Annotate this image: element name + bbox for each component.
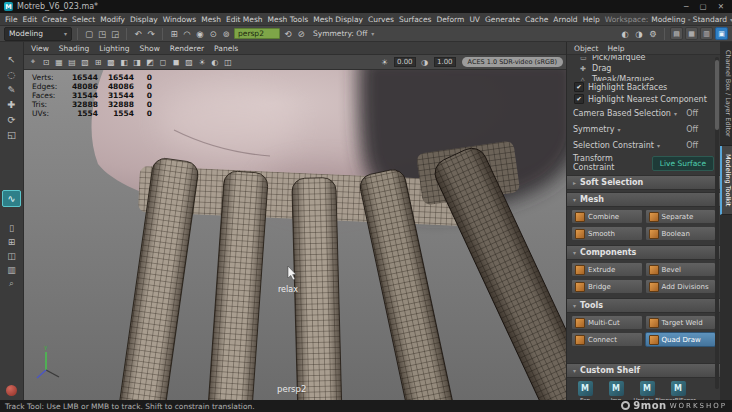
menu-mesh-tools[interactable]: Mesh Tools	[268, 15, 309, 24]
mode-tweak-marquee[interactable]: △ Tweak/Marquee	[567, 74, 720, 81]
menu-deform[interactable]: Deform	[436, 15, 464, 24]
make-live-icon[interactable]: ⊚	[220, 27, 232, 40]
separate-button[interactable]: Separate	[645, 209, 717, 224]
connect-button[interactable]: Connect	[571, 332, 643, 347]
film-gate-icon[interactable]: ◧	[118, 56, 130, 68]
menu-cache[interactable]: Cache	[525, 15, 548, 24]
selection-constraint-row[interactable]: Selection Constraint ▾ Off	[567, 137, 720, 153]
camera-based-selection-value[interactable]: Off	[686, 109, 698, 118]
panel-menu-show[interactable]: Show	[140, 44, 160, 53]
camera-based-selection-row[interactable]: Camera Based Selection ▾ Off	[567, 105, 720, 121]
construction-history-icon[interactable]: ⟲	[282, 27, 294, 40]
select-tool-icon[interactable]: ↖	[3, 52, 20, 67]
scrollbar-thumb[interactable]	[715, 60, 719, 130]
menu-generate[interactable]: Generate	[485, 15, 520, 24]
panel-menu-panels[interactable]: Panels	[214, 44, 238, 53]
bridge-button[interactable]: Bridge	[571, 279, 643, 294]
snap-to-points-icon[interactable]: ◉	[194, 27, 206, 40]
menu-file[interactable]: File	[5, 15, 18, 24]
tools-section-header[interactable]: ▾ Tools	[567, 298, 720, 313]
exposure-icon[interactable]: ☀	[379, 56, 391, 68]
color-space-selector[interactable]: ACES 1.0 SDR-video (sRGB)	[462, 57, 563, 67]
menu-select[interactable]: Select	[72, 15, 95, 24]
boolean-button[interactable]: Boolean	[645, 226, 717, 241]
shaded-mode-icon[interactable]: ◼	[170, 56, 182, 68]
rename-input[interactable]: persp2	[234, 28, 280, 39]
menu-uv[interactable]: UV	[469, 15, 480, 24]
finger-middle[interactable]	[292, 177, 343, 400]
open-scene-icon[interactable]: ◳	[96, 27, 108, 40]
save-scene-icon[interactable]: ◲	[109, 27, 121, 40]
menu-display[interactable]: Display	[130, 15, 158, 24]
shadows-icon[interactable]: ◐	[209, 56, 221, 68]
components-section-header[interactable]: ▾ Components	[567, 245, 720, 260]
target-weld-button[interactable]: Target Weld	[645, 315, 717, 330]
magnifier-icon[interactable]: ⌕	[3, 277, 20, 290]
highlight-backfaces-checkbox[interactable]: ✔ Highlight Backfaces	[567, 81, 720, 93]
gamma-field[interactable]: 1.00	[434, 57, 456, 67]
menu-edit[interactable]: Edit	[23, 15, 38, 24]
shelf-export2-button[interactable]: M mporBlExpor	[666, 381, 690, 401]
textured-mode-icon[interactable]: ▨	[183, 56, 195, 68]
mode-pick-marquee[interactable]: ▭ Pick/Marquee	[567, 55, 720, 63]
menu-modify[interactable]: Modify	[100, 15, 125, 24]
bookmark-icon[interactable]: ▤	[66, 56, 78, 68]
sculpt-relax-tool-icon[interactable]: ∿	[2, 190, 21, 207]
panel-menu-view[interactable]: View	[31, 44, 49, 53]
red-sphere-icon[interactable]	[6, 385, 17, 396]
attribute-editor-toggle-icon[interactable]: ▤	[670, 27, 683, 40]
close-button[interactable]: ✕	[718, 2, 724, 11]
menu-create[interactable]: Create	[42, 15, 67, 24]
snap-to-grids-icon[interactable]: ⊞	[168, 27, 180, 40]
channel-box-toggle-icon[interactable]: ▥	[700, 27, 713, 40]
smooth-button[interactable]: Smooth	[571, 226, 643, 241]
viewport-3d[interactable]: Verts: 16544 16544 0 Edges: 48086 48086 …	[24, 70, 566, 400]
modeling-toolkit-toggle-icon[interactable]: ▣	[715, 27, 728, 40]
snap-to-curves-icon[interactable]: ◠	[181, 27, 193, 40]
menu-curves[interactable]: Curves	[368, 15, 394, 24]
panel-menu-renderer[interactable]: Renderer	[170, 44, 204, 53]
symmetry-row[interactable]: Symmetry ▾ Off	[567, 121, 720, 137]
pan-zoom-icon[interactable]: ⊞	[92, 56, 104, 68]
grid-icon[interactable]: ▩	[105, 56, 117, 68]
undo-icon[interactable]: ↶	[132, 27, 144, 40]
tab-modeling-toolkit[interactable]: Modeling Toolkit	[720, 146, 732, 215]
mode-drag[interactable]: ✚ Drag	[567, 63, 720, 74]
toolkit-scrollbar[interactable]	[715, 57, 719, 389]
shelf-update-button[interactable]: M Update Bl	[635, 381, 659, 401]
menu-mesh[interactable]: Mesh	[201, 15, 221, 24]
menu-help[interactable]: Help	[583, 15, 600, 24]
menu-set-dropdown[interactable]: Modeling ▾	[4, 27, 72, 41]
render-settings-icon[interactable]: ⚙	[647, 27, 659, 40]
multi-cut-button[interactable]: Multi-Cut	[571, 315, 643, 330]
panel-menu-lighting[interactable]: Lighting	[99, 44, 129, 53]
live-surface-button[interactable]: Live Surface	[652, 156, 714, 171]
highlight-nearest-component-checkbox[interactable]: ✔ Highlight Nearest Component	[567, 93, 720, 105]
gate-mask-icon[interactable]: ◩	[144, 56, 156, 68]
four-pane-layout-icon[interactable]: ⊞	[3, 235, 20, 248]
shelf-export-button[interactable]: M Exp	[573, 381, 597, 401]
paint-select-tool-icon[interactable]: ✎	[3, 82, 20, 97]
ipr-render-icon[interactable]: ◑	[633, 27, 645, 40]
add-divisions-button[interactable]: Add Divisions	[645, 279, 717, 294]
extrude-button[interactable]: Extrude	[571, 262, 643, 277]
maximize-button[interactable]: ▢	[700, 2, 707, 11]
soft-selection-header[interactable]: ▸ Soft Selection	[567, 175, 720, 190]
outliner-layout-icon[interactable]: ▥	[3, 263, 20, 276]
menu-mesh-display[interactable]: Mesh Display	[313, 15, 363, 24]
menu-arnold[interactable]: Arnold	[553, 15, 577, 24]
select-camera-icon[interactable]: ⌖	[27, 56, 39, 68]
scale-tool-icon[interactable]: ◱	[3, 127, 20, 142]
gamma-icon[interactable]: ◑	[419, 56, 431, 68]
menu-surfaces[interactable]: Surfaces	[399, 15, 431, 24]
tool-settings-toggle-icon[interactable]: ▦	[685, 27, 698, 40]
shelf-import-button[interactable]: M Imp	[604, 381, 628, 401]
bevel-button[interactable]: Bevel	[645, 262, 717, 277]
exposure-field[interactable]: 0.00	[394, 57, 416, 67]
menu-windows[interactable]: Windows	[163, 15, 196, 24]
minimize-button[interactable]: ─	[684, 2, 689, 11]
new-scene-icon[interactable]: ▢	[83, 27, 95, 40]
no-construction-history-icon[interactable]: ⊘	[295, 27, 307, 40]
panel-menu-shading[interactable]: Shading	[59, 44, 89, 53]
lasso-tool-icon[interactable]: ◌	[3, 67, 20, 82]
